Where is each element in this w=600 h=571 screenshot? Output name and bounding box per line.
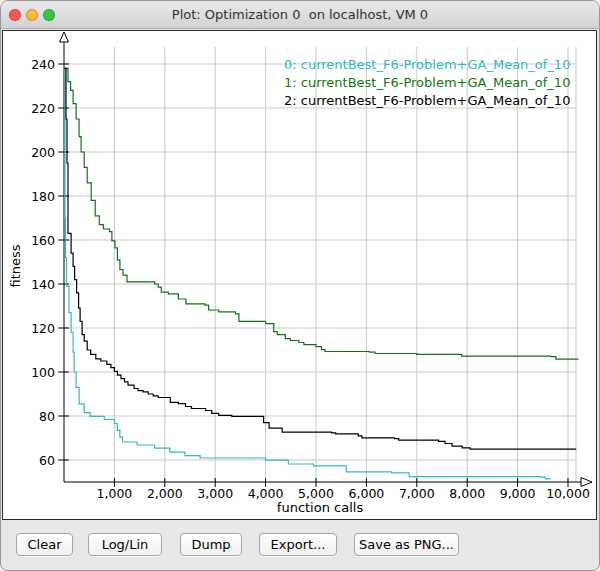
y-tick-label: 160	[31, 233, 55, 248]
y-tick-label: 120	[31, 321, 55, 336]
x-tick-label: 4,000	[248, 486, 284, 501]
legend-entry-series-1: 1: currentBest_F6-Problem+GA_Mean_of_10	[284, 74, 570, 92]
series-line-1	[65, 68, 579, 359]
minimize-button[interactable]	[26, 9, 38, 21]
y-tick-label: 180	[31, 189, 55, 204]
y-tick-label: 80	[39, 409, 55, 424]
y-tick-label: 240	[31, 57, 55, 72]
x-axis-title: function calls	[277, 500, 363, 515]
save-as-png-button[interactable]: Save as PNG...	[354, 533, 459, 556]
plot-window: Plot: Optimization 0 on localhost, VM 0 …	[0, 0, 600, 571]
x-tick-label: 5,000	[298, 486, 334, 501]
close-button[interactable]	[9, 9, 21, 21]
x-tick-label: 10,000	[546, 486, 590, 501]
chart-legend: 0: currentBest_F6-Problem+GA_Mean_of_10 …	[284, 56, 570, 110]
y-axis-title: fitness	[8, 244, 23, 287]
y-tick-label: 60	[39, 453, 55, 468]
series-line-2	[65, 68, 576, 449]
window-title: Plot: Optimization 0 on localhost, VM 0	[1, 1, 599, 28]
y-axis-arrow-icon	[60, 32, 69, 42]
x-tick-label: 8,000	[449, 486, 485, 501]
log-lin-button[interactable]: Log/Lin	[88, 533, 162, 556]
clear-button[interactable]: Clear	[16, 533, 73, 556]
y-tick-label: 220	[31, 101, 55, 116]
x-tick-label: 7,000	[399, 486, 435, 501]
y-tick-label: 140	[31, 277, 55, 292]
series-line-0	[65, 68, 551, 479]
x-tick-label: 9,000	[500, 486, 536, 501]
export-button[interactable]: Export...	[259, 533, 337, 556]
legend-entry-series-2: 2: currentBest_F6-Problem+GA_Mean_of_10	[284, 92, 570, 110]
x-tick-label: 3,000	[197, 486, 233, 501]
y-tick-label: 100	[31, 365, 55, 380]
y-tick-label: 200	[31, 145, 55, 160]
dump-button[interactable]: Dump	[180, 533, 242, 556]
zoom-button[interactable]	[43, 9, 55, 21]
x-tick-label: 2,000	[147, 486, 183, 501]
plot-panel: 1,0002,0003,0004,0005,0006,0007,0008,000…	[2, 30, 597, 520]
legend-entry-series-0: 0: currentBest_F6-Problem+GA_Mean_of_10	[284, 56, 570, 74]
x-tick-label: 6,000	[349, 486, 385, 501]
x-tick-label: 1,000	[97, 486, 133, 501]
title-bar[interactable]: Plot: Optimization 0 on localhost, VM 0	[1, 1, 599, 29]
